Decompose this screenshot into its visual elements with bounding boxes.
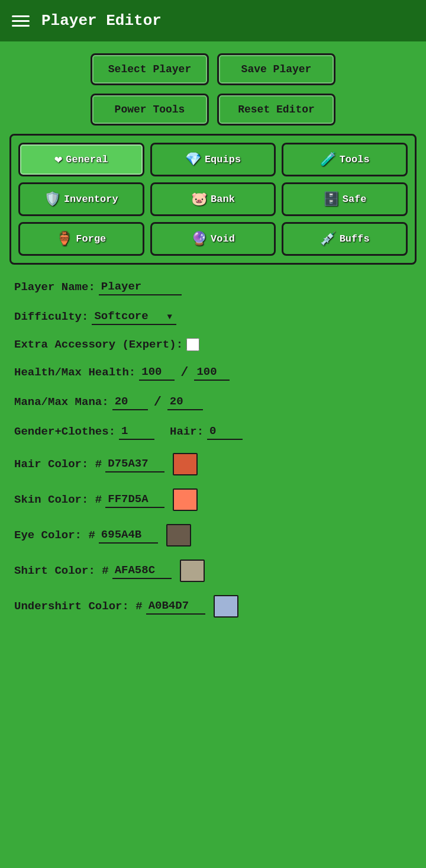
hair-color-row: Hair Color: # [14, 453, 412, 475]
health-input[interactable] [139, 364, 175, 381]
power-tools-button[interactable]: Power Tools [91, 94, 209, 126]
eye-color-swatch[interactable] [166, 524, 191, 546]
shirt-color-row: Shirt Color: # [14, 560, 412, 582]
tools-icon: 🧪 [320, 152, 336, 168]
tab-inventory[interactable]: 🛡️ Inventory [18, 182, 144, 216]
mana-input[interactable] [112, 394, 148, 410]
difficulty-label: Difficulty: [14, 310, 88, 323]
shirt-color-swatch[interactable] [180, 560, 205, 582]
shirt-color-input[interactable] [112, 562, 172, 579]
mana-row: Mana/Max Mana: / [14, 394, 412, 410]
general-icon: ❤️ [54, 152, 62, 168]
gender-label: Gender+Clothes: [14, 425, 115, 438]
health-separator: / [180, 365, 188, 380]
shirt-color-label: Shirt Color: # [14, 564, 109, 577]
equips-icon: 💎 [185, 152, 201, 168]
skin-color-input[interactable] [105, 491, 164, 508]
main-content: Select Player Save Player Power Tools Re… [0, 41, 426, 868]
player-name-row: Player Name: [14, 279, 412, 295]
difficulty-row: Difficulty: Softcore Mediumcore Hardcore… [14, 308, 412, 325]
skin-color-swatch[interactable] [173, 488, 198, 511]
eye-color-label: Eye Color: # [14, 529, 95, 542]
hamburger-menu[interactable] [12, 15, 30, 27]
tab-general[interactable]: ❤️ General [18, 143, 144, 176]
tab-grid: ❤️ General 💎 Equips 🧪 Tools 🛡️ Inventory… [18, 143, 408, 256]
void-icon: 🔮 [191, 231, 207, 247]
gender-hair-row: Gender+Clothes: Hair: [14, 423, 412, 440]
tab-bank[interactable]: 🐷 Bank [150, 182, 276, 216]
hair-label: Hair: [170, 425, 204, 438]
mana-label: Mana/Max Mana: [14, 396, 109, 409]
reset-editor-button[interactable]: Reset Editor [217, 94, 335, 126]
hair-input[interactable] [207, 423, 243, 440]
skin-color-label: Skin Color: # [14, 493, 102, 506]
health-max-input[interactable] [194, 364, 230, 381]
inventory-icon: 🛡️ [44, 191, 60, 207]
undershirt-color-row: Undershirt Color: # [14, 595, 412, 618]
mana-max-input[interactable] [167, 394, 203, 410]
button-row-1: Select Player Save Player [9, 53, 417, 85]
forge-icon: 🏺 [56, 231, 72, 247]
eye-color-row: Eye Color: # [14, 524, 412, 546]
difficulty-dropdown-wrapper: Softcore Mediumcore Hardcore ▼ [92, 308, 172, 325]
hair-color-label: Hair Color: # [14, 458, 102, 471]
difficulty-select[interactable]: Softcore Mediumcore Hardcore [92, 308, 176, 325]
player-name-input[interactable] [99, 279, 182, 295]
safe-icon: 🗄️ [323, 191, 339, 207]
extra-accessory-label: Extra Accessory (Expert): [14, 338, 183, 351]
eye-color-input[interactable] [99, 527, 158, 544]
top-bar: Player Editor [0, 0, 426, 41]
tab-tools[interactable]: 🧪 Tools [282, 143, 408, 176]
bank-icon: 🐷 [191, 191, 207, 207]
hair-color-input[interactable] [105, 456, 164, 472]
health-row: Health/Max Health: / [14, 364, 412, 381]
tab-safe[interactable]: 🗄️ Safe [282, 182, 408, 216]
tab-void[interactable]: 🔮 Void [150, 222, 276, 256]
button-row-2: Power Tools Reset Editor [9, 94, 417, 126]
hair-color-swatch[interactable] [173, 453, 198, 475]
player-name-label: Player Name: [14, 281, 95, 294]
gender-input[interactable] [119, 423, 154, 440]
undershirt-color-label: Undershirt Color: # [14, 600, 143, 613]
skin-color-row: Skin Color: # [14, 488, 412, 511]
undershirt-color-swatch[interactable] [214, 595, 238, 618]
undershirt-color-input[interactable] [146, 598, 205, 615]
buffs-icon: 💉 [320, 231, 336, 247]
tab-buffs[interactable]: 💉 Buffs [282, 222, 408, 256]
extra-accessory-checkbox[interactable] [186, 338, 199, 351]
tab-equips[interactable]: 💎 Equips [150, 143, 276, 176]
form-area: Player Name: Difficulty: Softcore Medium… [9, 279, 417, 618]
tab-grid-container: ❤️ General 💎 Equips 🧪 Tools 🛡️ Inventory… [9, 134, 417, 265]
page-title: Player Editor [41, 12, 162, 30]
extra-accessory-row: Extra Accessory (Expert): [14, 338, 412, 351]
select-player-button[interactable]: Select Player [91, 53, 209, 85]
health-label: Health/Max Health: [14, 366, 135, 379]
tab-forge[interactable]: 🏺 Forge [18, 222, 144, 256]
save-player-button[interactable]: Save Player [217, 53, 335, 85]
mana-separator: / [154, 395, 162, 410]
